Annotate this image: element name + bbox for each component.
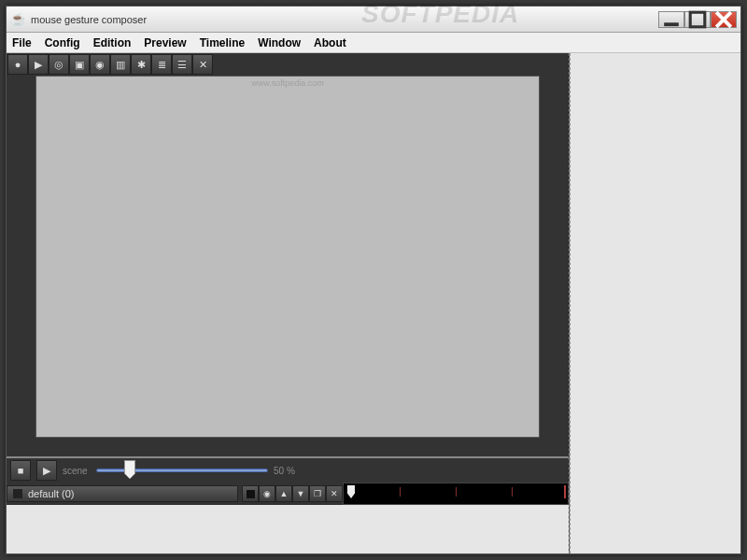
record-icon: ●: [15, 59, 21, 70]
timeline-end-marker: [564, 485, 566, 498]
menu-about[interactable]: About: [314, 36, 346, 49]
menu-config[interactable]: Config: [45, 36, 80, 49]
maximize-button[interactable]: [684, 11, 711, 28]
fullscreen-button[interactable]: ▣: [69, 54, 90, 75]
speed-slider[interactable]: [96, 463, 268, 478]
menu-preview[interactable]: Preview: [144, 36, 186, 49]
menu-file[interactable]: File: [12, 36, 32, 49]
java-icon: ☕: [10, 12, 25, 27]
chevron-up-icon: ▲: [280, 489, 289, 498]
slider-label-right: 50 %: [274, 466, 302, 476]
play-icon: ▶: [35, 59, 42, 71]
eye-icon: ◉: [263, 489, 271, 498]
svg-rect-1: [690, 12, 705, 27]
canvas[interactable]: www.softpedia.com: [35, 76, 540, 438]
canvas-watermark: www.softpedia.com: [251, 78, 324, 88]
copy-icon: ❐: [314, 489, 321, 498]
columns-button[interactable]: ▥: [110, 54, 131, 75]
layer-down-button[interactable]: ▼: [292, 485, 309, 502]
timeline-cursor[interactable]: [347, 485, 355, 498]
layer-delete-button[interactable]: ✕: [326, 485, 343, 502]
layer-color-button[interactable]: [242, 485, 259, 502]
timeline-track[interactable]: [343, 483, 569, 505]
close-window-button[interactable]: [711, 11, 737, 28]
main-toolbar: ● ▶ ◎ ▣ ◉ ▥ ✱ ≣ ☰ ✕: [7, 53, 569, 76]
fit-button[interactable]: ◉: [90, 54, 110, 75]
slider-row: ■ ▶ scene 50 %: [7, 458, 569, 483]
menu-timeline[interactable]: Timeline: [200, 36, 245, 49]
bottom-panel: [7, 505, 569, 553]
folder-icon: ■: [18, 465, 24, 476]
layer-up-button[interactable]: ▲: [275, 485, 292, 502]
record-button[interactable]: ●: [7, 54, 28, 75]
snowflake-icon: ✱: [137, 59, 146, 71]
slider-label-left: scene: [63, 466, 91, 476]
scene-play-button[interactable]: ▶: [36, 460, 57, 481]
square-target-icon: ◉: [95, 59, 105, 71]
target-icon: ◎: [54, 59, 63, 71]
code-button[interactable]: ≣: [151, 54, 172, 75]
background-watermark: SOFTPEDIA: [361, 0, 519, 29]
columns-icon: ▥: [116, 59, 125, 71]
slider-thumb[interactable]: [124, 460, 135, 479]
minimize-button[interactable]: [658, 11, 684, 28]
layer-color-swatch-icon: [13, 489, 22, 498]
target-button[interactable]: ◎: [49, 54, 69, 75]
settings-button[interactable]: ✱: [131, 54, 151, 75]
layer-item[interactable]: default (0): [7, 485, 238, 502]
chevron-down-icon: ▼: [297, 489, 305, 498]
app-window: SOFTPEDIA ☕ mouse gesture composer File …: [6, 6, 741, 554]
delete-button[interactable]: ✕: [192, 54, 213, 75]
window-title: mouse gesture composer: [31, 14, 147, 25]
layer-label: default (0): [28, 488, 75, 499]
layer-visible-button[interactable]: ◉: [259, 485, 275, 502]
layer-duplicate-button[interactable]: ❐: [309, 485, 326, 502]
play-button[interactable]: ▶: [28, 54, 49, 75]
close-icon: ✕: [331, 489, 338, 498]
scene-folder-button[interactable]: ■: [10, 460, 31, 481]
fullscreen-icon: ▣: [75, 59, 84, 71]
right-panel: [570, 53, 740, 553]
close-icon: ✕: [199, 59, 207, 71]
code-icon: ≣: [158, 59, 166, 71]
list-button[interactable]: ☰: [172, 54, 192, 75]
play-icon: ▶: [43, 465, 50, 477]
menu-window[interactable]: Window: [258, 36, 301, 49]
menu-edition[interactable]: Edition: [93, 36, 132, 49]
menubar: File Config Edition Preview Timeline Win…: [7, 33, 740, 53]
square-icon: [247, 490, 255, 498]
list-icon: ☰: [177, 59, 187, 71]
